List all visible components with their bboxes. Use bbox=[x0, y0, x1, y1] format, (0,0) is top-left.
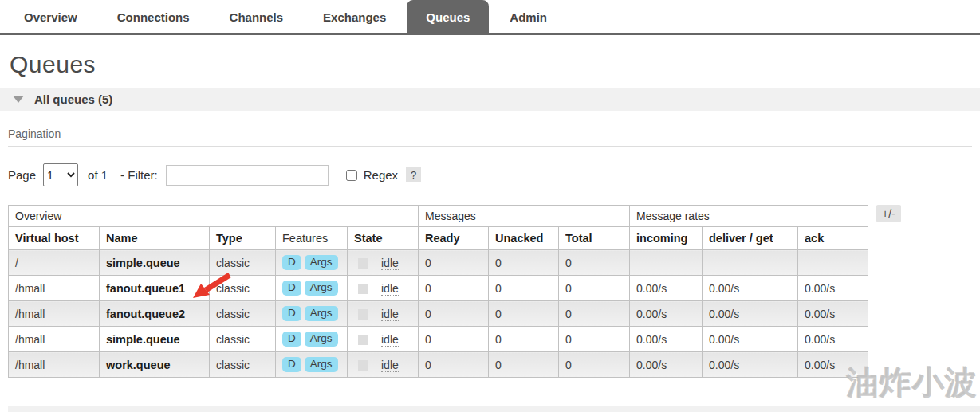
args-badge[interactable]: Args bbox=[305, 255, 338, 270]
durable-badge[interactable]: D bbox=[282, 357, 301, 372]
cell-features: DArgs bbox=[276, 352, 348, 378]
page-of-label: of 1 bbox=[88, 168, 108, 182]
tab-connections[interactable]: Connections bbox=[117, 0, 190, 33]
cell-ready: 0 bbox=[419, 276, 489, 301]
cell-features: DArgs bbox=[276, 301, 348, 327]
regex-label: Regex bbox=[364, 168, 398, 182]
pagination-heading: Pagination bbox=[8, 128, 972, 147]
cell-incoming bbox=[630, 250, 703, 276]
page-word-label: Page bbox=[8, 168, 36, 182]
cell-state: idle bbox=[348, 327, 419, 352]
table-row[interactable]: /hmall work.queue classic DArgs idle 0 0… bbox=[9, 352, 868, 378]
cell-unacked: 0 bbox=[489, 327, 559, 352]
cell-state: idle bbox=[348, 301, 419, 327]
cell-features: DArgs bbox=[276, 327, 348, 352]
cell-incoming: 0.00/s bbox=[630, 327, 703, 352]
pagination-section: Pagination Page 1 of 1 - Filter: Regex ? bbox=[8, 128, 972, 186]
cell-ready: 0 bbox=[419, 250, 489, 276]
args-badge[interactable]: Args bbox=[305, 332, 338, 347]
page-title: Queues bbox=[10, 51, 980, 78]
cell-ready: 0 bbox=[419, 301, 489, 327]
cell-vhost: /hmall bbox=[9, 276, 100, 301]
tab-queues[interactable]: Queues bbox=[407, 0, 489, 33]
cell-queue-name[interactable]: fanout.queue1 bbox=[100, 276, 210, 301]
cell-total: 0 bbox=[559, 352, 630, 378]
col-header-name[interactable]: Name bbox=[100, 227, 210, 250]
table-row[interactable]: /hmall simple.queue classic DArgs idle 0… bbox=[9, 327, 868, 352]
cell-features: DArgs bbox=[276, 250, 348, 276]
table-row[interactable]: /hmall fanout.queue1 classic DArgs idle … bbox=[9, 276, 868, 301]
col-header-state[interactable]: State bbox=[348, 227, 419, 250]
table-row[interactable]: / simple.queue classic DArgs idle 0 0 0 bbox=[9, 250, 868, 276]
cell-state: idle bbox=[348, 276, 419, 301]
group-header-message-rates: Message rates bbox=[630, 206, 868, 227]
cell-ack: 0.00/s bbox=[798, 276, 868, 301]
durable-badge[interactable]: D bbox=[282, 255, 301, 270]
cell-deliver-get: 0.00/s bbox=[703, 301, 798, 327]
filter-label: - Filter: bbox=[120, 168, 158, 182]
col-header-ready[interactable]: Ready bbox=[419, 227, 489, 250]
state-label: idle bbox=[381, 282, 399, 296]
filter-help-icon[interactable]: ? bbox=[406, 167, 421, 182]
tab-channels[interactable]: Channels bbox=[230, 0, 284, 33]
cell-unacked: 0 bbox=[489, 352, 559, 378]
cell-deliver-get: 0.00/s bbox=[703, 276, 798, 301]
col-header-deliver-get[interactable]: deliver / get bbox=[703, 227, 798, 250]
cell-type: classic bbox=[210, 250, 276, 276]
queues-table-area: Overview Messages Message rates Virtual … bbox=[8, 205, 980, 378]
top-tab-bar: Overview Connections Channels Exchanges … bbox=[0, 0, 980, 35]
cell-incoming: 0.00/s bbox=[630, 352, 703, 378]
cell-state: idle bbox=[348, 352, 419, 378]
cell-type: classic bbox=[210, 276, 276, 301]
cell-incoming: 0.00/s bbox=[630, 301, 703, 327]
cell-ready: 0 bbox=[419, 327, 489, 352]
cell-incoming: 0.00/s bbox=[630, 276, 703, 301]
cell-vhost: /hmall bbox=[9, 352, 100, 378]
cell-queue-name[interactable]: fanout.queue2 bbox=[100, 301, 210, 327]
cell-state: idle bbox=[348, 250, 419, 276]
regex-checkbox[interactable] bbox=[346, 170, 357, 181]
queues-table: Overview Messages Message rates Virtual … bbox=[8, 205, 868, 378]
watermark-text: 油炸小波 bbox=[847, 361, 978, 405]
cell-queue-name[interactable]: simple.queue bbox=[100, 327, 210, 352]
all-queues-section-header[interactable]: All queues (5) bbox=[0, 88, 980, 111]
state-label: idle bbox=[381, 333, 399, 347]
state-mini-square bbox=[358, 309, 368, 320]
cell-ack: 0.00/s bbox=[798, 301, 868, 327]
cell-total: 0 bbox=[559, 327, 630, 352]
col-header-type[interactable]: Type bbox=[210, 227, 276, 250]
cell-queue-name[interactable]: work.queue bbox=[100, 352, 210, 378]
state-mini-square bbox=[358, 284, 368, 294]
state-label: idle bbox=[381, 359, 399, 372]
section-title: All queues (5) bbox=[34, 92, 112, 106]
cell-vhost: / bbox=[9, 250, 100, 276]
state-mini-square bbox=[358, 335, 368, 345]
state-mini-square bbox=[358, 258, 368, 269]
durable-badge[interactable]: D bbox=[282, 281, 301, 296]
col-header-ack[interactable]: ack bbox=[798, 227, 868, 250]
tab-admin[interactable]: Admin bbox=[510, 0, 547, 33]
filter-input[interactable] bbox=[166, 165, 329, 186]
table-row[interactable]: /hmall fanout.queue2 classic DArgs idle … bbox=[9, 301, 868, 327]
column-selector-button[interactable]: +/- bbox=[876, 205, 901, 222]
col-header-unacked[interactable]: Unacked bbox=[489, 227, 559, 250]
cell-ack: 0.00/s bbox=[798, 327, 868, 352]
col-header-incoming[interactable]: incoming bbox=[630, 227, 703, 250]
cell-type: classic bbox=[210, 352, 276, 378]
args-badge[interactable]: Args bbox=[305, 357, 338, 372]
col-header-virtual-host[interactable]: Virtual host bbox=[9, 227, 100, 250]
cell-queue-name[interactable]: simple.queue bbox=[100, 250, 210, 276]
tab-exchanges[interactable]: Exchanges bbox=[323, 0, 386, 33]
durable-badge[interactable]: D bbox=[282, 332, 301, 347]
page-select[interactable]: 1 bbox=[43, 163, 78, 186]
tab-overview[interactable]: Overview bbox=[24, 0, 77, 33]
cell-ready: 0 bbox=[419, 352, 489, 378]
cell-features: DArgs bbox=[276, 276, 348, 301]
cell-deliver-get: 0.00/s bbox=[703, 327, 798, 352]
cell-unacked: 0 bbox=[489, 301, 559, 327]
cell-deliver-get: 0.00/s bbox=[703, 352, 798, 378]
col-header-total[interactable]: Total bbox=[559, 227, 630, 250]
durable-badge[interactable]: D bbox=[282, 306, 301, 321]
args-badge[interactable]: Args bbox=[305, 281, 338, 296]
args-badge[interactable]: Args bbox=[305, 306, 338, 321]
